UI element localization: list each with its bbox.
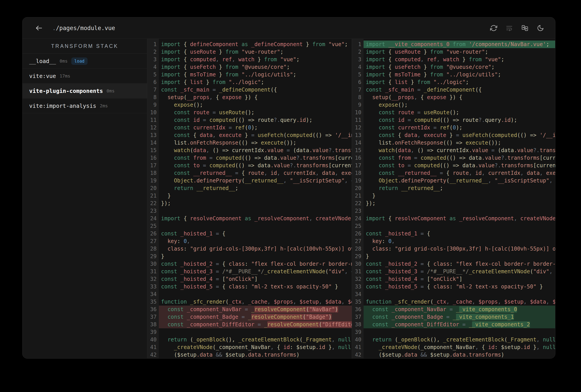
code-line bbox=[161, 328, 352, 336]
code-token: const bbox=[161, 306, 184, 312]
code-token: ({ bbox=[475, 87, 482, 93]
code-token: ref bbox=[235, 124, 244, 131]
code-token: , bbox=[392, 238, 395, 244]
code-token: const bbox=[161, 155, 190, 161]
code-token: execute bbox=[466, 140, 488, 146]
code-token: "__isScriptSetup" bbox=[290, 178, 345, 184]
dark-mode-button[interactable] bbox=[536, 23, 545, 33]
sidebar-item-vite-plugin-components[interactable]: vite-plugin-components0ms bbox=[22, 84, 147, 98]
code-token: const bbox=[161, 322, 184, 328]
code-line: class: "grid grid-cols-[300px,3fr] h-[ca… bbox=[161, 245, 352, 252]
code-token: ( bbox=[325, 268, 328, 274]
code-token: "flex flex-col border-r border-main" bbox=[456, 261, 555, 267]
code-panel-before[interactable]: 1234567891011121314151617181920212223242… bbox=[147, 39, 352, 358]
code-token: , bbox=[216, 56, 222, 62]
code-token: _hoisted_2 bbox=[382, 261, 417, 267]
code-token: = bbox=[459, 322, 469, 328]
code-token: [ bbox=[222, 276, 226, 282]
code-token: , bbox=[264, 170, 270, 176]
line-number-gutter-after: 1234567891011121314151617181920212223242… bbox=[352, 39, 364, 358]
code-token: ; bbox=[498, 72, 501, 78]
line-number: 34 bbox=[147, 290, 159, 298]
code-token: }) { bbox=[446, 94, 462, 100]
code-token: _ctx bbox=[228, 299, 242, 305]
code-line: key: 0, bbox=[161, 238, 352, 245]
code-token: expose bbox=[222, 94, 242, 100]
code-token: transforms bbox=[296, 162, 328, 168]
line-number: 12 bbox=[147, 124, 159, 132]
code-token: list bbox=[366, 140, 392, 146]
code-token: __props bbox=[187, 94, 210, 100]
code-token: _openBlock bbox=[398, 336, 430, 343]
code-token: , bbox=[420, 56, 427, 62]
code-line: const from = computed(() => data.value?.… bbox=[161, 154, 352, 162]
line-number: 18 bbox=[352, 169, 364, 177]
line-number: 40 bbox=[352, 336, 364, 344]
sidebar-item-vite-vue[interactable]: vite:vue17ms bbox=[22, 68, 147, 84]
code-panel-after[interactable]: 1234567891011121314151617181920212223242… bbox=[352, 39, 555, 358]
code-token: = bbox=[210, 109, 219, 116]
code-token: , bbox=[488, 178, 494, 184]
sidebar-item-load[interactable]: __load__0msload bbox=[22, 54, 147, 68]
code-token: ($setup bbox=[161, 352, 196, 358]
code-token: watch bbox=[443, 56, 459, 62]
code-token: = bbox=[456, 132, 462, 138]
code-token: import bbox=[366, 41, 385, 48]
code-token: }); bbox=[366, 200, 376, 206]
line-number: 37 bbox=[352, 313, 364, 321]
code-line: Object.defineProperty(__returned__, "__i… bbox=[161, 177, 352, 184]
code-token: ( bbox=[395, 147, 398, 154]
code-token: import bbox=[161, 72, 180, 78]
line-number: 10 bbox=[352, 109, 364, 116]
code-token: __returned__ bbox=[395, 170, 437, 176]
code-token: .id bbox=[501, 117, 510, 123]
line-number: 22 bbox=[352, 200, 364, 207]
code-token: _hoisted_1 bbox=[177, 230, 212, 237]
code-token: currentIdx bbox=[488, 170, 520, 176]
code-token: 0 bbox=[184, 238, 187, 244]
code-token: ({ bbox=[270, 87, 277, 93]
code-line: const _sfc_main = _defineComponent({ bbox=[161, 86, 352, 94]
back-button[interactable] bbox=[34, 23, 44, 33]
code-token: , bbox=[187, 238, 190, 244]
line-number: 17 bbox=[147, 162, 159, 169]
code-token: (data bbox=[498, 147, 514, 154]
code-token: const bbox=[366, 109, 395, 116]
line-number: 26 bbox=[352, 230, 364, 238]
code-token: "../logic" bbox=[226, 79, 261, 85]
code-token: .value bbox=[482, 155, 501, 161]
line-number: 31 bbox=[352, 268, 364, 275]
code-token: .value bbox=[514, 147, 533, 154]
code-line: import __vite_components_0 from '/compon… bbox=[364, 40, 555, 48]
code-line bbox=[161, 207, 352, 215]
code-token: ; bbox=[287, 64, 290, 70]
code-token: ( bbox=[226, 299, 228, 305]
code-token: data bbox=[193, 147, 206, 154]
code-token: = bbox=[417, 284, 427, 290]
code-token: , bbox=[472, 299, 478, 305]
code-token: ($setup bbox=[366, 352, 401, 358]
code-token: (); bbox=[193, 102, 203, 108]
line-number: 14 bbox=[352, 139, 364, 146]
code-token: "NavBar" bbox=[309, 306, 335, 312]
sidebar-item-vite-import-analysis[interactable]: vite:import-analysis2ms bbox=[22, 98, 147, 113]
line-number: 13 bbox=[352, 132, 364, 139]
code-token: import bbox=[161, 216, 180, 222]
toggle-one-column-button[interactable] bbox=[520, 23, 530, 33]
code-token: , bbox=[411, 147, 417, 154]
code-token: ) bbox=[328, 314, 332, 320]
code-token: [currentIdx bbox=[540, 155, 555, 161]
code-token: _hoisted_4 bbox=[382, 276, 417, 282]
code-line: const __returned__ = { route, id, curren… bbox=[161, 169, 352, 177]
code-token: ref bbox=[222, 56, 232, 62]
code-line bbox=[366, 328, 555, 336]
refresh-button[interactable] bbox=[489, 23, 498, 33]
code-token: '/components/NavBar.vue' bbox=[466, 41, 546, 48]
code-token: = bbox=[212, 276, 222, 282]
code-token: = bbox=[414, 87, 424, 93]
code-token: ) bbox=[335, 306, 338, 312]
code-line: const _component_Badge = _resolveCompone… bbox=[159, 313, 352, 321]
code-token: ( bbox=[430, 299, 433, 305]
wrap-lines-button[interactable] bbox=[504, 23, 514, 33]
code-token: ; bbox=[345, 41, 348, 48]
